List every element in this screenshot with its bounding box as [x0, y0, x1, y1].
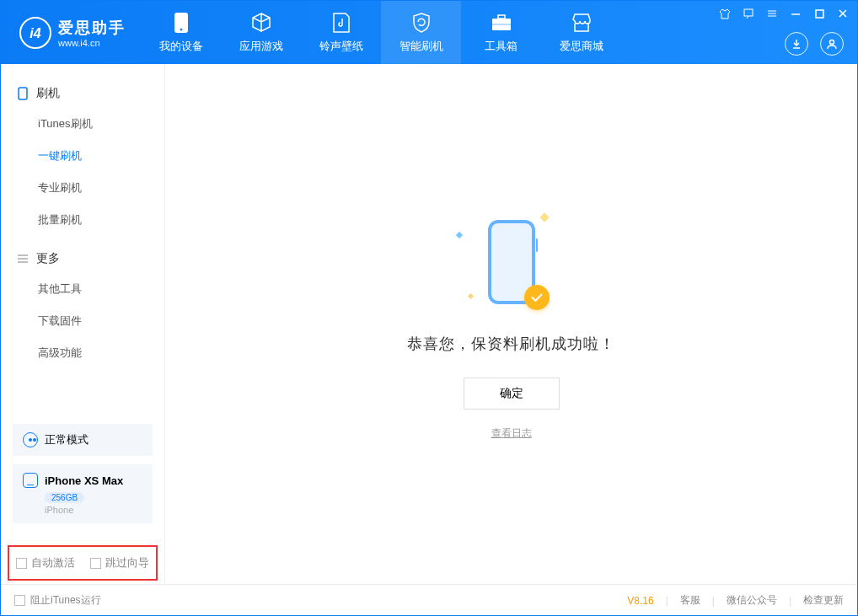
success-illustration: [448, 207, 575, 317]
svg-rect-9: [19, 88, 27, 99]
svg-rect-4: [498, 15, 505, 19]
sidebar-item-advanced[interactable]: 高级功能: [1, 337, 164, 369]
sidebar: 刷机 iTunes刷机 一键刷机 专业刷机 批量刷机 更多 其他工具 下载固件 …: [1, 64, 165, 584]
svg-point-6: [830, 40, 834, 45]
minimize-button[interactable]: [788, 6, 803, 21]
store-icon: [570, 11, 593, 35]
tab-label: 应用游戏: [239, 39, 283, 54]
checkbox-label: 跳过向导: [105, 555, 149, 570]
mode-card[interactable]: 正常模式: [13, 424, 153, 456]
sidebar-section-more: 更多: [1, 244, 164, 273]
device-capacity: 256GB: [45, 492, 84, 503]
main-content: 恭喜您，保资料刷机成功啦！ 确定 查看日志: [165, 64, 857, 584]
menu-icon[interactable]: [764, 6, 780, 21]
device-icon: [169, 11, 193, 35]
footer-link-wechat[interactable]: 微信公众号: [727, 593, 777, 608]
view-log-link[interactable]: 查看日志: [491, 426, 532, 441]
checkbox-block-itunes[interactable]: 阻止iTunes运行: [14, 593, 101, 608]
app-name: 爱思助手: [58, 18, 126, 38]
tab-store[interactable]: 爱思商城: [541, 1, 621, 64]
close-button[interactable]: [835, 6, 850, 21]
footer-link-support[interactable]: 客服: [680, 593, 700, 608]
top-tabs: 我的设备 应用游戏 铃声壁纸 智能刷机 工具箱 爱思商城: [141, 1, 621, 64]
svg-rect-7: [744, 9, 753, 16]
checkbox-icon: [16, 558, 27, 569]
sidebar-item-pro-flash[interactable]: 专业刷机: [1, 172, 164, 204]
device-small-icon: [23, 473, 38, 488]
success-message: 恭喜您，保资料刷机成功啦！: [407, 334, 615, 354]
version-label: V8.16: [627, 595, 653, 607]
ok-button[interactable]: 确定: [464, 378, 560, 410]
shield-refresh-icon: [410, 11, 433, 35]
user-button[interactable]: [820, 32, 844, 56]
maximize-button[interactable]: [812, 6, 827, 21]
svg-rect-8: [816, 10, 823, 18]
mode-icon: [23, 432, 38, 447]
tab-toolbox[interactable]: 工具箱: [461, 1, 541, 64]
device-card[interactable]: iPhone XS Max 256GB iPhone: [13, 464, 153, 523]
tab-label: 我的设备: [159, 39, 203, 54]
sidebar-item-download-firmware[interactable]: 下载固件: [1, 305, 164, 337]
tab-label: 铃声壁纸: [319, 39, 363, 54]
check-badge-icon: [524, 285, 550, 310]
tab-smart-flash[interactable]: 智能刷机: [381, 1, 461, 64]
sidebar-section-flash: 刷机: [1, 79, 164, 108]
sidebar-item-other-tools[interactable]: 其他工具: [1, 273, 164, 305]
svg-point-2: [180, 29, 182, 31]
music-file-icon: [330, 11, 353, 35]
cube-icon: [249, 11, 273, 35]
device-name: iPhone XS Max: [45, 474, 123, 487]
svg-rect-5: [492, 24, 511, 25]
sidebar-item-itunes-flash[interactable]: iTunes刷机: [1, 108, 164, 140]
tab-my-device[interactable]: 我的设备: [141, 1, 221, 64]
footer-bar: 阻止iTunes运行 V8.16 | 客服 | 微信公众号 | 检查更新: [1, 584, 857, 616]
logo-icon: i4: [19, 17, 51, 49]
tab-ringtone-wallpaper[interactable]: 铃声壁纸: [301, 1, 381, 64]
checkbox-icon: [14, 595, 25, 606]
header-bar: i4 爱思助手 www.i4.cn 我的设备 应用游戏 铃声壁纸 智能刷机 工具…: [1, 1, 857, 64]
download-button[interactable]: [785, 32, 808, 56]
sidebar-item-batch-flash[interactable]: 批量刷机: [1, 204, 164, 236]
briefcase-icon: [490, 11, 513, 35]
checkbox-label: 自动激活: [31, 555, 75, 570]
shirt-icon[interactable]: [717, 6, 732, 21]
list-icon: [16, 252, 29, 265]
footer-link-update[interactable]: 检查更新: [803, 593, 844, 608]
feedback-icon[interactable]: [741, 6, 756, 21]
section-title: 刷机: [36, 86, 60, 101]
tab-apps-games[interactable]: 应用游戏: [221, 1, 301, 64]
logo-block: i4 爱思助手 www.i4.cn: [1, 1, 141, 64]
sidebar-item-oneclick-flash[interactable]: 一键刷机: [1, 140, 164, 172]
tab-label: 工具箱: [485, 39, 517, 54]
tab-label: 爱思商城: [560, 39, 603, 54]
checkbox-skip-wizard[interactable]: 跳过向导: [90, 555, 149, 570]
section-title: 更多: [36, 251, 60, 266]
checkbox-label: 阻止iTunes运行: [30, 593, 101, 608]
tab-label: 智能刷机: [400, 39, 443, 54]
checkbox-icon: [90, 558, 101, 569]
checkbox-auto-activate[interactable]: 自动激活: [16, 555, 75, 570]
app-url: www.i4.cn: [58, 38, 126, 48]
highlighted-options: 自动激活 跳过向导: [8, 545, 158, 581]
phone-icon: [16, 87, 29, 100]
svg-text:i4: i4: [29, 26, 40, 40]
mode-label: 正常模式: [45, 432, 88, 447]
device-type: iPhone: [45, 505, 142, 515]
